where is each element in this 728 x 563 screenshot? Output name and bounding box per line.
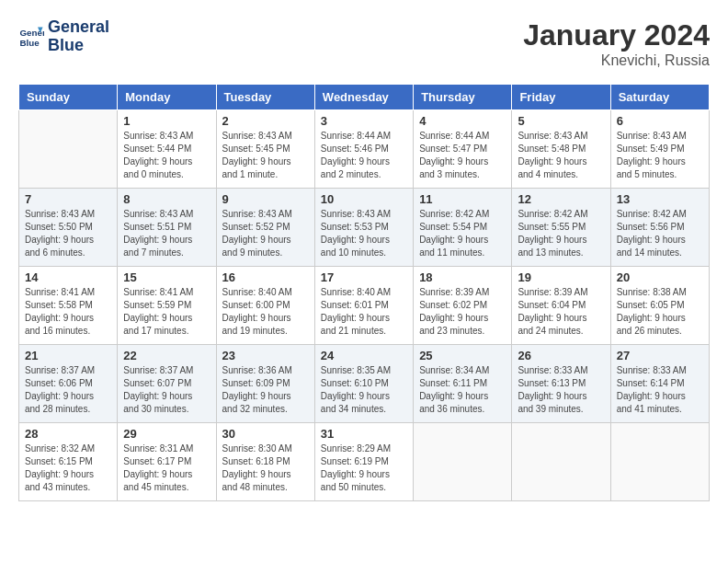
day-number: 12 [518,192,604,206]
logo-icon: General Blue [18,24,44,50]
logo-name: General Blue [48,18,109,55]
header-row: SundayMondayTuesdayWednesdayThursdayFrid… [19,85,710,110]
weekday-header: Friday [512,85,610,110]
day-number: 17 [321,270,407,284]
day-info: Sunrise: 8:40 AM Sunset: 6:00 PM Dayligh… [222,286,309,338]
day-info: Sunrise: 8:39 AM Sunset: 6:02 PM Dayligh… [419,286,506,338]
calendar-cell: 3Sunrise: 8:44 AM Sunset: 5:46 PM Daylig… [314,110,413,189]
day-info: Sunrise: 8:33 AM Sunset: 6:14 PM Dayligh… [617,364,703,416]
calendar-cell: 26Sunrise: 8:33 AM Sunset: 6:13 PM Dayli… [512,345,610,423]
day-number: 5 [518,114,604,128]
day-number: 2 [222,114,309,128]
day-number: 19 [518,270,604,284]
day-number: 13 [617,192,703,206]
day-number: 8 [123,192,210,206]
calendar-cell [414,423,512,501]
day-number: 23 [222,349,309,362]
weekday-header: Tuesday [216,85,314,110]
calendar-cell: 11Sunrise: 8:42 AM Sunset: 5:54 PM Dayli… [414,189,512,267]
day-number: 16 [222,270,309,284]
svg-text:Blue: Blue [19,38,40,48]
day-info: Sunrise: 8:44 AM Sunset: 5:47 PM Dayligh… [419,130,506,181]
calendar-cell: 19Sunrise: 8:39 AM Sunset: 6:04 PM Dayli… [512,267,610,345]
title-area: January 2024 Knevichi, Russia [523,18,710,69]
calendar-cell: 27Sunrise: 8:33 AM Sunset: 6:14 PM Dayli… [610,345,709,423]
day-info: Sunrise: 8:44 AM Sunset: 5:46 PM Dayligh… [321,130,407,181]
calendar-cell: 4Sunrise: 8:44 AM Sunset: 5:47 PM Daylig… [414,110,512,189]
day-number: 28 [25,427,111,441]
day-info: Sunrise: 8:42 AM Sunset: 5:56 PM Dayligh… [617,208,703,259]
calendar-cell [610,423,709,501]
day-number: 7 [25,192,111,206]
calendar-cell: 28Sunrise: 8:32 AM Sunset: 6:15 PM Dayli… [19,423,118,501]
calendar-cell: 6Sunrise: 8:43 AM Sunset: 5:49 PM Daylig… [610,110,709,189]
day-info: Sunrise: 8:29 AM Sunset: 6:19 PM Dayligh… [321,442,407,494]
day-number: 30 [222,427,309,441]
day-info: Sunrise: 8:40 AM Sunset: 6:01 PM Dayligh… [321,286,407,338]
calendar-cell: 2Sunrise: 8:43 AM Sunset: 5:45 PM Daylig… [216,110,314,189]
day-info: Sunrise: 8:43 AM Sunset: 5:49 PM Dayligh… [617,130,703,181]
day-number: 31 [321,427,407,441]
weekday-header: Saturday [610,85,709,110]
calendar-cell: 17Sunrise: 8:40 AM Sunset: 6:01 PM Dayli… [314,267,413,345]
calendar-cell: 9Sunrise: 8:43 AM Sunset: 5:52 PM Daylig… [216,189,314,267]
day-number: 20 [617,270,703,284]
calendar-cell: 21Sunrise: 8:37 AM Sunset: 6:06 PM Dayli… [19,345,118,423]
calendar-cell: 10Sunrise: 8:43 AM Sunset: 5:53 PM Dayli… [314,189,413,267]
day-info: Sunrise: 8:43 AM Sunset: 5:53 PM Dayligh… [321,208,407,259]
calendar-cell: 14Sunrise: 8:41 AM Sunset: 5:58 PM Dayli… [19,267,118,345]
day-info: Sunrise: 8:41 AM Sunset: 5:58 PM Dayligh… [25,286,111,338]
calendar-cell: 25Sunrise: 8:34 AM Sunset: 6:11 PM Dayli… [414,345,512,423]
day-number: 11 [419,192,506,206]
day-number: 29 [123,427,210,441]
day-number: 15 [123,270,210,284]
weekday-header: Thursday [414,85,512,110]
day-number: 27 [617,349,703,362]
calendar-cell: 29Sunrise: 8:31 AM Sunset: 6:17 PM Dayli… [118,423,216,501]
calendar-week-row: 7Sunrise: 8:43 AM Sunset: 5:50 PM Daylig… [19,189,710,267]
calendar-cell: 12Sunrise: 8:42 AM Sunset: 5:55 PM Dayli… [512,189,610,267]
weekday-header: Monday [118,85,216,110]
day-info: Sunrise: 8:31 AM Sunset: 6:17 PM Dayligh… [123,442,210,494]
calendar-cell: 13Sunrise: 8:42 AM Sunset: 5:56 PM Dayli… [610,189,709,267]
calendar-week-row: 21Sunrise: 8:37 AM Sunset: 6:06 PM Dayli… [19,345,710,423]
header: General Blue General Blue January 2024 K… [18,18,710,69]
day-number: 26 [518,349,604,362]
day-number: 4 [419,114,506,128]
day-info: Sunrise: 8:42 AM Sunset: 5:54 PM Dayligh… [419,208,506,259]
day-number: 14 [25,270,111,284]
weekday-header: Wednesday [314,85,413,110]
calendar-table: SundayMondayTuesdayWednesdayThursdayFrid… [18,84,710,501]
day-info: Sunrise: 8:42 AM Sunset: 5:55 PM Dayligh… [518,208,604,259]
calendar-cell: 31Sunrise: 8:29 AM Sunset: 6:19 PM Dayli… [314,423,413,501]
calendar-cell: 15Sunrise: 8:41 AM Sunset: 5:59 PM Dayli… [118,267,216,345]
calendar-cell: 16Sunrise: 8:40 AM Sunset: 6:00 PM Dayli… [216,267,314,345]
day-info: Sunrise: 8:35 AM Sunset: 6:10 PM Dayligh… [321,364,407,416]
calendar-cell: 23Sunrise: 8:36 AM Sunset: 6:09 PM Dayli… [216,345,314,423]
day-info: Sunrise: 8:43 AM Sunset: 5:45 PM Dayligh… [222,130,309,181]
day-number: 21 [25,349,111,362]
calendar-week-row: 28Sunrise: 8:32 AM Sunset: 6:15 PM Dayli… [19,423,710,501]
calendar-cell [19,110,118,189]
day-number: 22 [123,349,210,362]
day-info: Sunrise: 8:34 AM Sunset: 6:11 PM Dayligh… [419,364,506,416]
day-info: Sunrise: 8:43 AM Sunset: 5:48 PM Dayligh… [518,130,604,181]
location-title: Knevichi, Russia [523,52,710,69]
calendar-cell: 8Sunrise: 8:43 AM Sunset: 5:51 PM Daylig… [118,189,216,267]
day-number: 18 [419,270,506,284]
day-info: Sunrise: 8:43 AM Sunset: 5:51 PM Dayligh… [123,208,210,259]
day-number: 10 [321,192,407,206]
calendar-cell: 18Sunrise: 8:39 AM Sunset: 6:02 PM Dayli… [414,267,512,345]
calendar-cell: 20Sunrise: 8:38 AM Sunset: 6:05 PM Dayli… [610,267,709,345]
day-info: Sunrise: 8:43 AM Sunset: 5:52 PM Dayligh… [222,208,309,259]
day-number: 1 [123,114,210,128]
weekday-header: Sunday [19,85,118,110]
day-info: Sunrise: 8:41 AM Sunset: 5:59 PM Dayligh… [123,286,210,338]
day-number: 9 [222,192,309,206]
calendar-cell: 30Sunrise: 8:30 AM Sunset: 6:18 PM Dayli… [216,423,314,501]
day-info: Sunrise: 8:38 AM Sunset: 6:05 PM Dayligh… [617,286,703,338]
calendar-cell: 1Sunrise: 8:43 AM Sunset: 5:44 PM Daylig… [118,110,216,189]
calendar-cell: 22Sunrise: 8:37 AM Sunset: 6:07 PM Dayli… [118,345,216,423]
day-info: Sunrise: 8:32 AM Sunset: 6:15 PM Dayligh… [25,442,111,494]
calendar-week-row: 14Sunrise: 8:41 AM Sunset: 5:58 PM Dayli… [19,267,710,345]
